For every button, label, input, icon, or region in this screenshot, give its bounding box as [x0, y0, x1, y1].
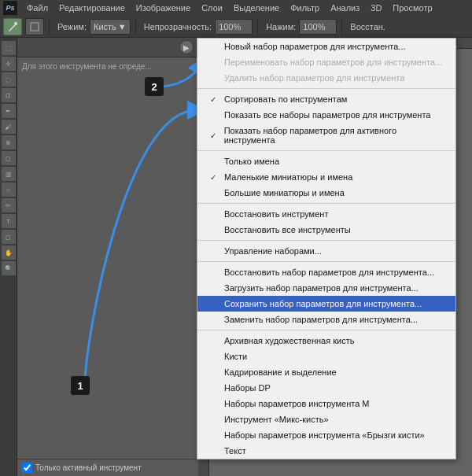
- brush-left-icon[interactable]: 🖌: [2, 120, 16, 134]
- pen-tool-icon[interactable]: ✏: [2, 198, 16, 212]
- only-active-label: Только активный инструмент: [35, 463, 142, 472]
- crop-tool-icon[interactable]: ⊡: [2, 88, 16, 102]
- separator-3: [257, 19, 258, 35]
- tick: [370, 42, 378, 49]
- tick: [307, 42, 315, 49]
- menu-image[interactable]: Изображение: [131, 2, 195, 14]
- menu-file[interactable]: Файл: [22, 2, 53, 14]
- text-tool-icon[interactable]: T: [2, 214, 16, 228]
- only-active-checkbox[interactable]: [22, 463, 32, 473]
- only-active-container[interactable]: Только активный инструмент: [17, 459, 198, 476]
- tick: [275, 42, 283, 49]
- brush-tool-btn[interactable]: [3, 18, 22, 35]
- dodge-tool-icon[interactable]: ○: [2, 183, 16, 197]
- shape-tool-icon[interactable]: ◻: [2, 230, 16, 244]
- tick: [291, 46, 299, 49]
- tick: [393, 46, 401, 49]
- menu-view[interactable]: Просмотр: [388, 2, 437, 14]
- hand-tool-icon[interactable]: ✋: [2, 245, 16, 260]
- tick: [401, 42, 409, 49]
- options-toolbar: Режим: Кисть ▼ Непрозрачность: Нажим: Во…: [0, 16, 472, 38]
- tick: [212, 42, 220, 49]
- tick: [448, 46, 456, 49]
- ruler-horizontal: [209, 38, 472, 49]
- tool-panel: ⬚ ✛ ◌ ⊡ ✒ 🖌 ⊕ ◻ ▥ ○ ✏ T ◻ ✋ 🔍: [0, 38, 17, 476]
- canvas-area: [198, 49, 472, 476]
- tick: [299, 46, 307, 49]
- tick: [260, 46, 267, 49]
- separator-2: [135, 19, 136, 35]
- tick: [220, 46, 228, 49]
- move-tool-icon[interactable]: ✛: [2, 57, 16, 71]
- restore-label: Восстан.: [350, 22, 385, 31]
- presets-panel: ▶ Для этого инструмента не опреде... Тол…: [17, 38, 198, 476]
- tick: [252, 46, 260, 49]
- tick: [441, 46, 448, 49]
- tick: [323, 46, 330, 49]
- svg-point-0: [14, 22, 17, 25]
- tick: [346, 46, 354, 49]
- clone-tool-icon[interactable]: ⊕: [2, 135, 16, 149]
- ruler-vertical: [198, 49, 209, 476]
- presets-menu-btn[interactable]: ▶: [179, 40, 194, 54]
- tick: [409, 46, 417, 49]
- tick: [338, 42, 346, 49]
- presets-panel-header: ▶: [17, 38, 198, 57]
- tick: [315, 46, 323, 49]
- ruler-top-row: [198, 38, 472, 49]
- ps-logo-text: Ps: [6, 4, 14, 12]
- tick: [362, 46, 370, 49]
- menu-edit[interactable]: Редактирование: [54, 2, 130, 14]
- eraser-tool-icon[interactable]: ◻: [2, 151, 16, 165]
- ps-logo: Ps: [3, 1, 17, 15]
- menu-analysis[interactable]: Анализ: [326, 2, 364, 14]
- tick: [283, 46, 291, 49]
- tool-option-btn[interactable]: [25, 18, 44, 35]
- tick: [354, 46, 362, 49]
- ruler-corner: [198, 38, 209, 49]
- menu-bar: Ps Файл Редактирование Изображение Слои …: [0, 0, 472, 16]
- menu-select[interactable]: Выделение: [229, 2, 284, 14]
- tick: [330, 46, 338, 49]
- lasso-tool-icon[interactable]: ◌: [2, 72, 16, 87]
- tick: [433, 42, 441, 49]
- tick: [244, 42, 252, 49]
- gradient-tool-icon[interactable]: ▥: [2, 167, 16, 181]
- tick: [378, 46, 385, 49]
- tick: [385, 46, 393, 49]
- pressure-label: Нажим:: [266, 22, 296, 31]
- tick: [425, 46, 433, 49]
- separator-4: [341, 19, 342, 35]
- mode-label: Режим:: [57, 22, 87, 31]
- tick: [456, 46, 464, 49]
- eyedropper-tool-icon[interactable]: ✒: [2, 104, 16, 118]
- menu-filter[interactable]: Фильтр: [286, 2, 324, 14]
- presets-panel-body: Для этого инструмента не опреде...: [17, 57, 198, 459]
- ruler-ticks: [212, 38, 472, 49]
- canvas-wrapper: [198, 38, 472, 476]
- separator-1: [49, 19, 50, 35]
- menu-3d[interactable]: 3D: [366, 2, 386, 14]
- opacity-label: Непрозрачность:: [144, 22, 212, 31]
- mode-dropdown[interactable]: Кисть ▼: [90, 19, 131, 35]
- canvas-document: [238, 77, 363, 234]
- main-layout: ⬚ ✛ ◌ ⊡ ✒ 🖌 ⊕ ◻ ▥ ○ ✏ T ◻ ✋ 🔍 ▶ Для этог…: [0, 38, 472, 476]
- pressure-input[interactable]: [299, 19, 337, 35]
- zoom-tool-icon[interactable]: 🔍: [2, 261, 16, 275]
- menu-layers[interactable]: Слои: [197, 2, 227, 14]
- tick: [228, 46, 236, 49]
- tick: [267, 46, 275, 49]
- tick: [417, 46, 425, 49]
- presets-info-text: Для этого инструмента не опреде...: [22, 62, 194, 71]
- select-tool-icon[interactable]: ⬚: [2, 41, 16, 55]
- tick: [236, 46, 244, 49]
- opacity-input[interactable]: [215, 19, 253, 35]
- canvas-content: [209, 49, 472, 476]
